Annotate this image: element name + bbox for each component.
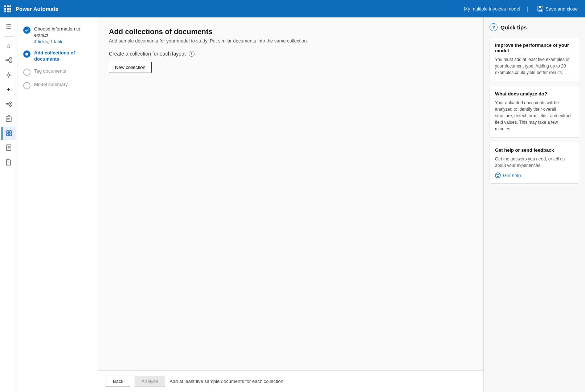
svg-rect-23	[9, 131, 12, 133]
page-title: Add collections of documents	[109, 28, 472, 36]
step-circle-3	[23, 69, 30, 76]
step-circle-4	[23, 82, 30, 89]
tip-card-2-body: Your uploaded documents will be analyzed…	[495, 99, 574, 132]
step-model-summary[interactable]: Model summary	[22, 79, 93, 92]
nav-connections-icon[interactable]	[2, 98, 15, 111]
tip-card-2: What does analyze do? Your uploaded docu…	[490, 86, 579, 138]
quick-tips-title: Quick tips	[500, 24, 527, 30]
step-tag-documents[interactable]: Tag documents	[22, 65, 93, 79]
back-button[interactable]: Back	[106, 376, 130, 387]
nav-flows-icon[interactable]	[2, 54, 15, 67]
nav-ai-icon[interactable]	[2, 69, 15, 82]
tip-card-1-body: You must add at least five examples of y…	[495, 56, 574, 76]
tip-card-2-title: What does analyze do?	[495, 91, 574, 97]
svg-rect-6	[9, 61, 12, 62]
svg-point-15	[9, 102, 11, 104]
step-3-label: Tag documents	[34, 68, 91, 74]
svg-point-9	[8, 74, 10, 76]
content-area: Add collections of documents Add sample …	[97, 17, 483, 370]
nav-ai-builder-icon[interactable]	[1, 127, 16, 140]
page-subtitle: Add sample documents for your model to s…	[109, 38, 472, 44]
nav-menu-icon[interactable]: ☰	[2, 20, 15, 33]
svg-line-8	[8, 60, 9, 62]
get-help-link[interactable]: Get help	[495, 172, 574, 178]
tip-card-3-title: Get help or send feedback	[495, 147, 574, 153]
tip-card-1: Improve the performance of your model Yo…	[490, 37, 579, 81]
svg-point-16	[9, 105, 11, 107]
step-4-label: Model summary	[34, 82, 91, 88]
tip-card-1-title: Improve the performance of your model	[495, 42, 574, 53]
tip-card-3: Get help or send feedback Get the answer…	[490, 142, 579, 184]
question-icon: ?	[490, 23, 498, 31]
svg-rect-24	[7, 134, 9, 136]
collection-header-label: Create a collection for each layout	[109, 51, 186, 57]
step-1-label: Choose information to extract	[34, 26, 91, 38]
nav-home-icon[interactable]: ⌂	[2, 40, 15, 53]
topbar: Power Automate My multiple invoices mode…	[0, 0, 585, 17]
svg-rect-19	[6, 117, 11, 122]
model-name-label: My multiple invoices model	[464, 6, 520, 12]
save-close-button[interactable]: Save and close	[535, 4, 581, 13]
nav-clipboard-icon[interactable]	[2, 112, 15, 125]
bottom-hint: Add at least five sample documents for e…	[169, 379, 283, 384]
analyze-button: Analyze	[135, 376, 165, 387]
svg-rect-3	[539, 9, 541, 11]
svg-rect-22	[7, 131, 9, 133]
left-nav: ☰ ⌂ +	[0, 17, 17, 392]
step-1-sub: 4 fields, 1 table	[34, 39, 91, 44]
step-circle-1	[23, 26, 30, 34]
step-circle-2	[23, 50, 30, 58]
svg-line-18	[8, 104, 9, 106]
svg-rect-5	[9, 58, 12, 59]
steps-sidebar: Choose information to extract 4 fields, …	[17, 17, 97, 392]
nav-book-icon[interactable]	[2, 156, 15, 169]
svg-line-7	[8, 58, 9, 60]
svg-line-17	[8, 103, 9, 105]
info-icon[interactable]: i	[189, 51, 195, 57]
main-content: Add collections of documents Add sample …	[97, 17, 483, 392]
step-add-collections[interactable]: Add collections of documents	[22, 47, 93, 65]
nav-plus-icon[interactable]: +	[2, 83, 15, 96]
tip-card-3-body: Get the answers you need, or tell us abo…	[495, 156, 574, 169]
app-grid-icon[interactable]	[4, 5, 11, 12]
save-close-label: Save and close	[545, 6, 578, 12]
svg-point-14	[6, 103, 8, 105]
svg-point-32	[496, 174, 498, 175]
svg-rect-1	[539, 6, 541, 8]
nav-divider-1	[4, 36, 14, 37]
collection-header: Create a collection for each layout i	[109, 51, 472, 57]
get-help-icon	[495, 172, 501, 178]
svg-point-31	[495, 173, 500, 178]
svg-point-33	[498, 174, 499, 175]
step-2-label: Add collections of documents	[34, 50, 91, 62]
svg-rect-25	[9, 134, 12, 136]
quick-tips-header: ? Quick tips	[490, 23, 579, 31]
topbar-separator: |	[527, 6, 528, 12]
step-choose-info[interactable]: Choose information to extract 4 fields, …	[22, 23, 93, 47]
svg-rect-4	[6, 59, 8, 61]
app-title: Power Automate	[16, 6, 58, 12]
save-icon	[537, 6, 543, 12]
get-help-label: Get help	[503, 173, 521, 178]
nav-document-icon[interactable]	[2, 141, 15, 154]
new-collection-button[interactable]: New collection	[109, 62, 152, 73]
quick-tips-panel: ? Quick tips Improve the performance of …	[483, 17, 585, 392]
bottom-bar: Back Analyze Add at least five sample do…	[97, 370, 483, 392]
